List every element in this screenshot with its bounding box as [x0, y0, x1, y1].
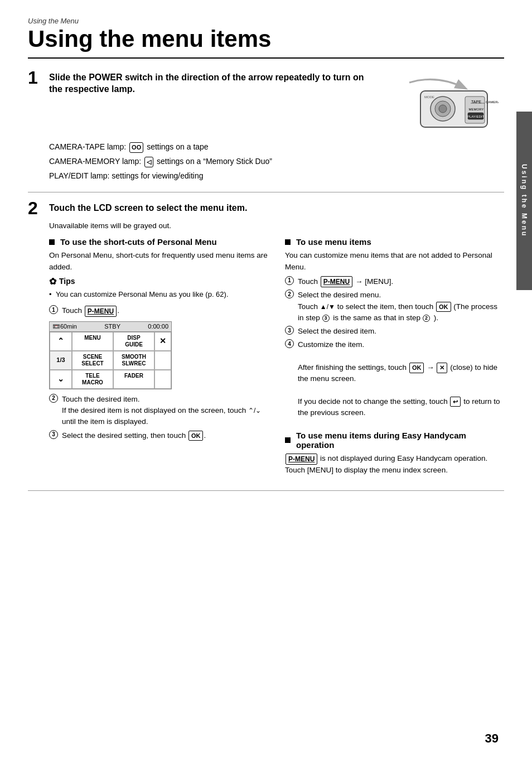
pmenu-easy-ref: P-MENU — [286, 454, 317, 465]
step2-block: 2 Touch the LCD screen to select the men… — [28, 199, 504, 479]
tip-item-1: You can customize Personal Menu as you l… — [49, 289, 268, 300]
right-step2: 2 Select the desired menu. Touch ▲/▼ to … — [285, 290, 504, 324]
right-step3-text: Select the desired item. — [298, 326, 504, 337]
lamp1-icon: OO — [129, 142, 143, 153]
menu-cell-empty2 — [154, 370, 171, 389]
topbar-mid: STBY — [104, 323, 120, 330]
close-btn: ✕ — [437, 363, 447, 373]
left-step3-text: Select the desired setting, then touch O… — [62, 430, 268, 441]
topbar-right: 0:00:00 — [148, 323, 168, 330]
pmenu-button-ref: P-MENU — [85, 306, 117, 317]
easy-handycam-body: P-MENU is not displayed during Easy Hand… — [285, 453, 504, 476]
sidebar-tab: Using the Menu — [516, 112, 532, 290]
ok-btn3: OK — [409, 363, 424, 373]
lamp2-icon: ◁ — [144, 157, 153, 167]
lamp2-item: CAMERA-MEMORY lamp: ◁ settings on a “Mem… — [49, 156, 504, 167]
svg-point-3 — [439, 105, 447, 113]
topbar-left: 📼60min — [52, 323, 77, 330]
lamp2-label: CAMERA-MEMORY lamp: — [49, 157, 141, 166]
menu-grid: ⌃ MENU DISPGUIDE ✕ 1/3 SCENESELECT SMOOT… — [50, 332, 171, 389]
arrow-label2: → — [427, 363, 436, 372]
arrow-label: → — [355, 277, 365, 286]
menu-cell-pagenum: 1/3 — [50, 351, 72, 370]
step2-number: 2 — [28, 199, 45, 217]
right-circle-3: 3 — [285, 326, 294, 335]
lamp2-text: settings on a “Memory Stick Duo” — [157, 157, 272, 166]
menu-label: [MENU]. — [365, 277, 393, 286]
after-label: After finishing the settings, touch — [298, 363, 409, 372]
left-step1-text: Touch P-MENU. — [62, 305, 268, 316]
arrow-down-cell: ⌄ — [50, 370, 72, 389]
circle-1: 1 — [49, 305, 58, 314]
select-label: to select the item, then touch — [337, 302, 436, 311]
up-down-arrows: ▲/▼ — [320, 303, 335, 311]
svg-text:CAMERA: CAMERA — [486, 100, 499, 104]
lamp3-label: PLAY/EDIT lamp: — [49, 171, 109, 180]
shortcut-title: To use the short-cuts of Personal Menu — [49, 237, 268, 247]
black-square-icon2 — [285, 239, 291, 245]
camera-diagram: TAPE CAMERA MEMORY PLAY/EDIT MODE — [393, 69, 504, 138]
shortcut-body: On Personal Menu, short-cuts for frequen… — [49, 250, 268, 273]
section-subtitle: Using the Menu — [28, 17, 504, 25]
menu-items-title: To use menu items — [285, 237, 504, 247]
ok-btn-ref: OK — [188, 431, 204, 441]
step1-content: CAMERA-TAPE lamp: OO settings on a tape … — [49, 141, 504, 182]
lamp3-text: settings for viewing/editing — [112, 171, 203, 180]
svg-text:MODE: MODE — [424, 95, 434, 99]
tips-icon: ✿ — [49, 276, 56, 287]
step2-title: Touch the LCD screen to select the menu … — [49, 199, 247, 214]
menu-cell-empty1 — [154, 351, 171, 370]
circle-3: 3 — [49, 430, 58, 439]
right-step1-text: Touch P-MENU → [MENU]. — [298, 276, 504, 287]
touch-label: Touch — [298, 277, 318, 286]
step1-block: 1 Slide the POWER switch in the directio… — [28, 69, 504, 182]
step3-ref: 3 — [322, 315, 330, 322]
circle-2: 2 — [49, 394, 58, 403]
arrow-up-cell: ⌃ — [50, 332, 72, 351]
menu-cell-fader: FADER — [113, 370, 154, 389]
black-square-icon3 — [285, 437, 291, 443]
left-step1: 1 Touch P-MENU. — [49, 305, 268, 316]
step1-title: Slide the POWER switch in the direction … — [49, 69, 377, 95]
lamp1-text: settings on a tape — [147, 142, 209, 151]
decide-label: If you decide not to change the setting,… — [298, 397, 449, 406]
left-step2-text: Touch the desired item. If the desired i… — [62, 394, 268, 428]
lamp3-item: PLAY/EDIT lamp: settings for viewing/edi… — [49, 170, 504, 182]
back-btn: ↩ — [450, 397, 461, 407]
right-step4: 4 Customize the item. After finishing th… — [285, 339, 504, 418]
menu-cell-scene: SCENESELECT — [72, 351, 113, 370]
menu-topbar: 📼60min STBY 0:00:00 — [50, 322, 171, 332]
two-column-layout: To use the short-cuts of Personal Menu O… — [49, 237, 504, 479]
tips-header: ✿ Tips — [49, 276, 268, 287]
unavailable-text: Unavailable items will be grayed out. — [49, 220, 504, 232]
svg-text:PLAY/EDIT: PLAY/EDIT — [467, 115, 485, 118]
menu-cell-menu: MENU — [72, 332, 113, 351]
touch-label2: Touch — [298, 302, 320, 311]
left-step2: 2 Touch the desired item. If the desired… — [49, 394, 268, 428]
right-step2-text: Select the desired menu. Touch ▲/▼ to se… — [298, 290, 504, 324]
page-title: Using the menu items — [28, 26, 504, 59]
sidebar-label: Using the Menu — [520, 164, 528, 237]
menu-cell-tele: TELEMACRO — [72, 370, 113, 389]
page-number: 39 — [485, 731, 499, 746]
svg-text:MEMORY: MEMORY — [469, 108, 484, 111]
left-column: To use the short-cuts of Personal Menu O… — [49, 237, 268, 479]
right-circle-4: 4 — [285, 339, 294, 348]
step2-ref: 2 — [423, 315, 430, 322]
step1-number: 1 — [28, 69, 45, 86]
right-step4-text: Customize the item. After finishing the … — [298, 339, 504, 418]
step2-content: Unavailable items will be grayed out. To… — [49, 220, 504, 479]
ok-btn2: OK — [436, 302, 451, 312]
lamp1-item: CAMERA-TAPE lamp: OO settings on a tape — [49, 141, 504, 153]
black-square-icon — [49, 239, 55, 245]
right-column: To use menu items You can customize menu… — [285, 237, 504, 479]
right-step3: 3 Select the desired item. — [285, 326, 504, 337]
right-circle-2: 2 — [285, 290, 294, 298]
left-step3: 3 Select the desired setting, then touch… — [49, 430, 268, 441]
menu-screen: 📼60min STBY 0:00:00 ⌃ MENU DISPGUIDE ✕ 1… — [49, 321, 172, 389]
right-circle-1: 1 — [285, 276, 294, 285]
divider1 — [28, 192, 504, 192]
up-arrow-ref: ⌃/⌄ — [248, 407, 261, 415]
menu-cell-smooth: SMOOTHSLWREC — [113, 351, 154, 370]
menu-items-body: You can customize menu items that are no… — [285, 250, 504, 273]
